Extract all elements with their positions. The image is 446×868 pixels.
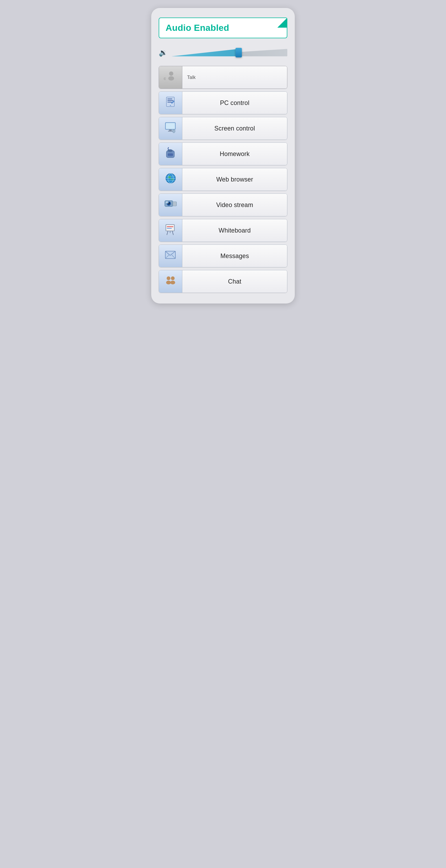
audio-banner-title: Audio Enabled [166,23,229,33]
whiteboard-icon [164,222,178,238]
screen-control-button[interactable]: Screen control [159,117,287,140]
audio-banner: Audio Enabled [159,18,287,38]
svg-point-49 [170,281,175,284]
svg-point-24 [168,176,171,178]
video-stream-icon [164,197,178,213]
homework-button[interactable]: Homework [159,143,287,165]
messages-icon-area [159,245,182,267]
svg-point-47 [166,281,171,284]
volume-slider-container[interactable] [172,47,287,59]
web-browser-icon [164,172,178,187]
svg-rect-5 [168,100,173,101]
whiteboard-icon-area [159,219,182,242]
screen-control-icon [164,120,178,136]
messages-button-label: Messages [182,245,287,267]
homework-icon-area [159,143,182,165]
video-stream-button[interactable]: Video stream [159,193,287,216]
chat-button[interactable]: Chat [159,270,287,293]
svg-text:((: (( [164,77,166,80]
svg-line-41 [172,231,173,235]
pc-control-icon [164,95,178,111]
svg-point-1 [169,71,173,76]
messages-icon [164,248,178,264]
screen-control-button-label: Screen control [182,117,287,140]
homework-button-label: Homework [182,143,287,165]
speaker-icon: 🔉 [159,49,168,57]
screen-control-icon-area [159,117,182,140]
svg-rect-37 [166,224,174,231]
pc-control-button-label: PC control [182,92,287,114]
web-browser-icon-area [159,168,182,191]
chat-icon-area [159,270,182,292]
volume-row: 🔉 [159,47,287,59]
chat-icon [164,274,178,289]
talk-button[interactable]: (( Talk [159,66,287,89]
svg-rect-10 [166,123,175,129]
chat-button-label: Chat [182,270,287,292]
web-browser-button-label: Web browser [182,168,287,191]
talk-button-icon-area: (( [159,66,182,89]
main-card: Audio Enabled 🔉 (( [151,8,295,304]
whiteboard-button-label: Whiteboard [182,219,287,242]
web-browser-button[interactable]: Web browser [159,168,287,191]
pc-control-icon-area [159,92,182,114]
video-stream-button-label: Video stream [182,194,287,216]
talk-icon: (( [164,69,178,85]
svg-rect-12 [168,131,173,131]
talk-button-label: Talk [182,66,287,89]
svg-rect-11 [169,129,172,131]
video-stream-icon-area [159,194,182,216]
pc-control-button[interactable]: PC control [159,91,287,114]
messages-button[interactable]: Messages [159,245,287,267]
whiteboard-button[interactable]: Whiteboard [159,219,287,242]
svg-rect-30 [166,202,169,203]
svg-rect-4 [168,99,172,99]
menu-section: (( Talk [159,66,287,293]
homework-icon [164,146,178,162]
svg-rect-6 [168,102,172,102]
svg-line-40 [167,231,168,235]
svg-point-2 [168,76,174,81]
svg-point-25 [171,179,173,180]
svg-point-48 [171,276,175,280]
svg-point-46 [167,276,170,280]
